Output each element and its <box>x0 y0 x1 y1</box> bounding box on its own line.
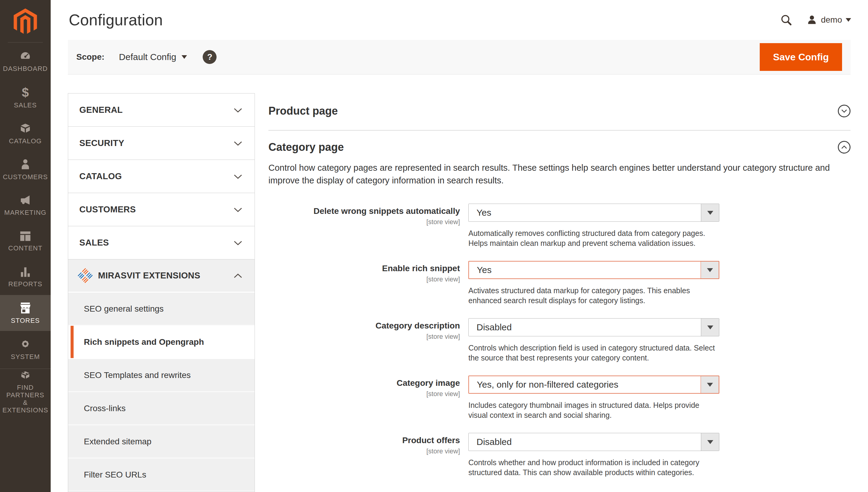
chevron-down-icon <box>233 174 242 179</box>
product-page-section-header: Product page <box>269 105 850 117</box>
field-label: Category image <box>397 378 460 388</box>
sidebar-item-dashboard[interactable]: DASHBOARD <box>0 44 51 80</box>
sidebar-item-label: SYSTEM <box>11 353 40 361</box>
enable-rich-snippet-select[interactable]: Yes <box>468 261 719 279</box>
field-category-description: Category description [store view] Disabl… <box>269 318 850 363</box>
config-nav: GENERAL SECURITY CATALOG <box>68 93 255 492</box>
mirasvit-icon <box>78 269 93 283</box>
chevron-down-icon <box>233 141 242 146</box>
chevron-down-icon <box>233 107 242 113</box>
config-section-label: SALES <box>79 238 109 248</box>
select-dropdown-button[interactable] <box>701 204 719 221</box>
scope-switcher[interactable]: Default Config <box>119 52 187 62</box>
sidebar-item-label: FIND PARTNERS& EXTENSIONS <box>0 384 51 414</box>
section-divider <box>269 130 850 131</box>
admin-app: DASHBOARD $ SALES CATALOG CUSTOMERS MARK… <box>0 0 868 492</box>
sidebar-item-label: SALES <box>14 101 37 109</box>
field-scope-hint: [store view] <box>427 447 460 455</box>
product-offers-select[interactable]: Disabled <box>468 433 719 451</box>
sidebar-item-sales[interactable]: $ SALES <box>0 80 51 116</box>
header-actions: demo <box>780 14 851 26</box>
category-description-select[interactable]: Disabled <box>468 318 719 336</box>
dashboard-icon <box>19 51 32 62</box>
select-value: Disabled <box>469 322 701 333</box>
sidebar-item-marketing[interactable]: MARKETING <box>0 187 51 223</box>
config-section-sales[interactable]: SALES <box>68 226 255 260</box>
admin-username: demo <box>821 15 842 25</box>
config-section-label: GENERAL <box>79 105 123 115</box>
nav-subitem-rich-snippets-opengraph[interactable]: Rich snippets and Opengraph <box>68 326 255 359</box>
magento-logo-icon <box>14 8 37 35</box>
sidebar-item-customers[interactable]: CUSTOMERS <box>0 151 51 187</box>
select-value: Yes <box>469 265 700 275</box>
save-config-button[interactable]: Save Config <box>760 43 842 71</box>
catalog-icon <box>19 122 32 134</box>
field-product-offers: Product offers [store view] Disabled Con… <box>269 433 850 477</box>
chevron-up-icon <box>233 273 242 278</box>
field-delete-wrong-snippets: Delete wrong snippets automatically [sto… <box>269 204 850 248</box>
caret-down-icon <box>707 440 713 444</box>
sales-icon: $ <box>22 87 29 99</box>
field-note: Automatically removes conflicting struct… <box>468 228 719 248</box>
config-section-customers[interactable]: CUSTOMERS <box>68 193 255 226</box>
nav-subitem-seo-templates-rewrites[interactable]: SEO Templates and rewrites <box>68 359 255 392</box>
chevron-up-icon <box>841 145 847 149</box>
admin-user-menu[interactable]: demo <box>807 15 851 25</box>
caret-down-icon <box>707 211 713 215</box>
chevron-down-icon <box>182 55 187 59</box>
sidebar-item-label: DASHBOARD <box>3 65 48 72</box>
expand-product-page-button[interactable] <box>838 105 850 117</box>
sidebar-item-reports[interactable]: REPORTS <box>0 259 51 295</box>
nav-subitem-filter-seo-urls[interactable]: Filter SEO URLs <box>68 459 255 492</box>
delete-wrong-snippets-select[interactable]: Yes <box>468 204 719 222</box>
category-fields: Delete wrong snippets automatically [sto… <box>269 204 850 477</box>
page-title: Configuration <box>69 11 163 29</box>
content-icon <box>19 231 32 242</box>
nav-subitem-label: Extended sitemap <box>84 437 151 446</box>
config-main: Product page Category page <box>269 74 850 490</box>
help-icon[interactable]: ? <box>203 50 216 64</box>
select-dropdown-button[interactable] <box>700 262 719 278</box>
chevron-down-icon <box>846 18 851 22</box>
extensions-icon <box>19 371 32 381</box>
field-scope-hint: [store view] <box>427 275 460 283</box>
page: Configuration demo Scope: D <box>51 0 868 492</box>
config-section-label: MIRASVIT EXTENSIONS <box>98 271 200 280</box>
sidebar-item-catalog[interactable]: CATALOG <box>0 116 51 151</box>
field-scope-hint: [store view] <box>427 333 460 341</box>
nav-subitem-label: SEO general settings <box>84 304 164 314</box>
field-note: Controls which description field is used… <box>468 343 719 363</box>
nav-subitem-extended-sitemap[interactable]: Extended sitemap <box>68 425 255 459</box>
select-dropdown-button[interactable] <box>700 376 719 393</box>
select-dropdown-button[interactable] <box>701 319 719 336</box>
config-section-security[interactable]: SECURITY <box>68 127 255 160</box>
sidebar-item-system[interactable]: SYSTEM <box>0 331 51 367</box>
config-section-catalog[interactable]: CATALOG <box>68 160 255 193</box>
chevron-down-icon <box>233 207 242 212</box>
nav-subitem-cross-links[interactable]: Cross-links <box>68 392 255 425</box>
config-section-mirasvit-extensions[interactable]: MIRASVIT EXTENSIONS <box>68 260 255 293</box>
config-section-general[interactable]: GENERAL <box>68 94 255 127</box>
section-title-category-page: Category page <box>269 141 344 153</box>
sidebar-item-stores[interactable]: STORES <box>0 295 51 331</box>
select-dropdown-button[interactable] <box>701 433 719 451</box>
select-value: Yes <box>469 207 701 218</box>
field-category-image: Category image [store view] Yes, only fo… <box>269 375 850 420</box>
chevron-down-icon <box>233 240 242 246</box>
config-section-label: SECURITY <box>79 138 124 148</box>
search-icon[interactable] <box>780 14 793 26</box>
category-image-select[interactable]: Yes, only for non-filtered categories <box>468 375 719 394</box>
field-note: Activates structured data markup for cat… <box>468 286 719 305</box>
stores-icon <box>18 302 32 314</box>
nav-subitem-seo-general-settings[interactable]: SEO general settings <box>68 293 255 326</box>
scope-bar: Scope: Default Config ? Save Config <box>68 40 850 74</box>
collapse-category-page-button[interactable] <box>838 141 850 153</box>
sidebar-item-find-partners[interactable]: FIND PARTNERS& EXTENSIONS <box>0 369 51 414</box>
sidebar-item-content[interactable]: CONTENT <box>0 223 51 259</box>
magento-logo[interactable] <box>0 0 51 44</box>
content: GENERAL SECURITY CATALOG <box>68 74 850 492</box>
field-note: Controls whether and how product informa… <box>468 458 719 477</box>
caret-down-icon <box>707 383 713 387</box>
sidebar: DASHBOARD $ SALES CATALOG CUSTOMERS MARK… <box>0 0 51 492</box>
field-label: Product offers <box>402 435 460 446</box>
